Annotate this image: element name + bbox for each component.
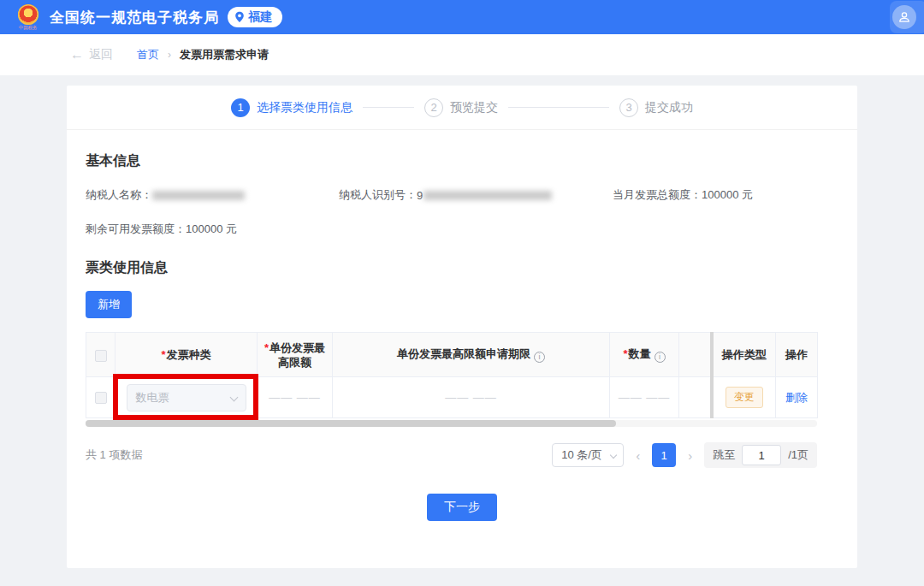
invoice-type-value: 数电票 — [136, 390, 169, 405]
ticket-section-title: 票类使用信息 — [86, 259, 857, 277]
col-quantity: *数量i — [610, 333, 679, 377]
monthly-quota-label: 当月发票总额度： — [613, 187, 702, 203]
required-mark: * — [161, 348, 165, 361]
step-1-select-info: 1 选择票类使用信息 — [231, 98, 352, 117]
page-1-button[interactable]: 1 — [652, 443, 676, 467]
chevron-down-icon — [229, 393, 238, 401]
back-arrow-icon: ← — [70, 47, 84, 62]
step-1-circle: 1 — [231, 98, 250, 117]
remaining-quota-label: 剩余可用发票额度： — [86, 222, 186, 237]
main-card: 1 选择票类使用信息 2 预览提交 3 提交成功 基本信息 纳税人名称： 纳税人… — [67, 86, 857, 568]
breadcrumb-bar: ← 返回 首页 › 发票用票需求申请 — [0, 34, 924, 75]
tax-emblem-icon — [18, 4, 38, 25]
location-pin-icon — [234, 11, 245, 23]
ticket-table: *发票种类 *单份发票最高限额 单份发票最高限额申请期限i *数量i 操作类型 … — [86, 332, 818, 418]
taxpayer-name-field: 纳税人名称： — [86, 187, 339, 203]
total-pages-label: /1页 — [788, 447, 808, 463]
chevron-down-icon — [610, 452, 617, 459]
required-mark: * — [623, 347, 627, 360]
op-type-cell: 变更 — [712, 377, 776, 418]
table-header-row: *发票种类 *单份发票最高限额 单份发票最高限额申请期限i *数量i 操作类型 … — [86, 333, 818, 377]
user-menu[interactable] — [890, 1, 924, 33]
page-size-value: 10 条/页 — [561, 447, 602, 463]
remaining-quota-value: 100000 元 — [186, 222, 237, 237]
monthly-quota-value: 100000 元 — [702, 187, 753, 203]
info-icon[interactable]: i — [534, 352, 545, 363]
basic-info-grid: 纳税人名称： 纳税人识别号： 9 当月发票总额度： 100000 元 剩余可用发… — [86, 187, 838, 237]
basic-info-title: 基本信息 — [86, 152, 857, 170]
step-2-preview-submit: 2 预览提交 — [424, 98, 498, 117]
ticket-table-wrap: *发票种类 *单份发票最高限额 单份发票最高限额申请期限i *数量i 操作类型 … — [86, 332, 838, 427]
step-3-circle: 3 — [619, 98, 638, 117]
step-connector — [363, 107, 414, 108]
invoice-type-cell: 数电票 — [116, 377, 258, 418]
back-button[interactable]: ← 返回 — [70, 47, 113, 62]
user-avatar-icon — [892, 5, 916, 29]
breadcrumb-separator: › — [168, 49, 171, 61]
next-row: 下一步 — [67, 494, 857, 521]
breadcrumb-home[interactable]: 首页 — [137, 47, 159, 62]
empty-cell — [679, 377, 712, 418]
taxpayer-id-field: 纳税人识别号： 9 — [339, 187, 613, 203]
placeholder-dashes: —— —— — [269, 391, 321, 404]
limit-period-cell: —— —— — [333, 377, 610, 418]
logo-caption: 中国税务 — [19, 25, 38, 30]
quantity-cell: —— —— — [610, 377, 679, 418]
step-3-label: 提交成功 — [645, 100, 693, 115]
remaining-quota-field: 剩余可用发票额度： 100000 元 — [86, 222, 237, 237]
stepper: 1 选择票类使用信息 2 预览提交 3 提交成功 — [67, 86, 857, 130]
region-label: 福建 — [248, 9, 272, 25]
taxpayer-name-value-redacted — [152, 191, 245, 200]
region-badge[interactable]: 福建 — [228, 7, 282, 27]
next-page-button[interactable]: › — [684, 448, 696, 463]
change-badge[interactable]: 变更 — [726, 387, 763, 408]
placeholder-dashes: —— —— — [619, 391, 671, 404]
row-checkbox[interactable] — [95, 392, 107, 404]
col-invoice-type: *发票种类 — [116, 333, 258, 377]
col-limit-period: 单份发票最高限额申请期限i — [333, 333, 610, 377]
taxpayer-id-value-redacted — [424, 191, 552, 200]
taxpayer-name-label: 纳税人名称： — [86, 187, 152, 203]
pagination-controls: 10 条/页 ‹ 1 › 跳至 /1页 — [552, 442, 817, 468]
step-connector — [508, 107, 609, 108]
op-cell: 删除 — [776, 377, 818, 418]
app-title: 全国统一规范电子税务局 — [50, 8, 219, 27]
col-op: 操作 — [776, 333, 818, 377]
total-count-text: 共 1 项数据 — [86, 447, 142, 463]
required-mark: * — [264, 341, 269, 354]
step-3-success: 3 提交成功 — [619, 98, 693, 117]
invoice-type-select[interactable]: 数电票 — [127, 384, 246, 411]
page-jump-group: 跳至 /1页 — [704, 442, 817, 468]
info-icon[interactable]: i — [654, 352, 666, 363]
jump-page-input[interactable] — [742, 445, 781, 465]
col-max-limit: *单份发票最高限额 — [258, 333, 333, 377]
prev-page-button[interactable]: ‹ — [632, 448, 643, 463]
tax-emblem-logo: 中国税务 — [15, 3, 41, 32]
jump-label: 跳至 — [713, 447, 735, 463]
monthly-quota-field: 当月发票总额度： 100000 元 — [613, 187, 753, 203]
col-empty — [679, 333, 712, 377]
breadcrumb-current: 发票用票需求申请 — [180, 47, 269, 62]
horizontal-scrollbar-track[interactable] — [86, 420, 817, 427]
max-limit-cell: —— —— — [258, 377, 333, 418]
add-row-button[interactable]: 新增 — [86, 291, 132, 318]
app-header: 中国税务 全国统一规范电子税务局 福建 — [0, 0, 924, 34]
step-2-label: 预览提交 — [450, 100, 498, 115]
select-all-checkbox[interactable] — [95, 350, 107, 362]
taxpayer-id-label: 纳税人识别号： — [339, 187, 417, 203]
delete-link[interactable]: 删除 — [785, 391, 808, 404]
placeholder-dashes: —— —— — [445, 391, 497, 404]
brand: 中国税务 全国统一规范电子税务局 福建 — [15, 3, 282, 32]
row-select-cell — [86, 377, 116, 418]
next-step-button[interactable]: 下一步 — [427, 494, 497, 521]
horizontal-scrollbar-thumb[interactable] — [86, 420, 616, 427]
back-label: 返回 — [89, 47, 113, 62]
page-size-select[interactable]: 10 条/页 — [552, 443, 624, 467]
step-2-circle: 2 — [424, 98, 443, 117]
col-op-type: 操作类型 — [712, 333, 776, 377]
select-all-cell — [86, 333, 116, 377]
pagination-row: 共 1 项数据 10 条/页 ‹ 1 › 跳至 /1页 — [86, 442, 817, 468]
table-row: 数电票 —— —— —— —— —— —— 变更 删除 — [86, 377, 818, 418]
step-1-label: 选择票类使用信息 — [257, 100, 352, 115]
taxpayer-id-prefix: 9 — [417, 189, 423, 202]
